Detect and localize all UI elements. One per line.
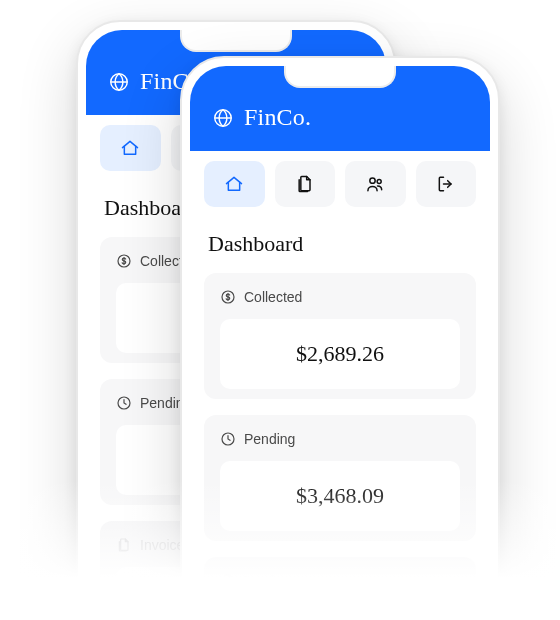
home-icon <box>120 138 140 158</box>
content: Dashboard Collected $2,689.26 <box>190 207 490 620</box>
card-label: Invoices <box>244 573 295 589</box>
phone-notch <box>284 66 396 88</box>
card-label: Pending <box>244 431 295 447</box>
globe-icon <box>212 107 234 129</box>
placeholder-block <box>220 603 460 620</box>
card-pending: Pending $3,468.09 <box>204 415 476 541</box>
nav-tab-home[interactable] <box>204 161 265 207</box>
card-header: Invoices <box>220 573 460 589</box>
globe-icon <box>108 71 130 93</box>
card-header: Pending <box>220 431 460 447</box>
pending-value: $3,468.09 <box>220 461 460 531</box>
invoices-icon <box>116 537 132 553</box>
nav-tab-users[interactable] <box>345 161 406 207</box>
users-icon <box>364 174 386 194</box>
nav-tab-exit[interactable] <box>416 161 477 207</box>
card-invoices: Invoices <box>204 557 476 620</box>
page-title: Dashboard <box>208 231 476 257</box>
collected-value: $2,689.26 <box>220 319 460 389</box>
phone-notch <box>180 30 292 52</box>
card-label: Collected <box>244 289 302 305</box>
card-header: Collected <box>220 289 460 305</box>
nav-tabs <box>190 151 490 207</box>
phone-frame-front: FinCo. <box>180 56 500 620</box>
invoices-icon <box>220 573 236 589</box>
card-collected: Collected $2,689.26 <box>204 273 476 399</box>
dollar-icon <box>116 253 132 269</box>
svg-point-7 <box>377 180 381 184</box>
nav-tab-home[interactable] <box>100 125 161 171</box>
exit-icon <box>436 174 456 194</box>
screen-front: FinCo. <box>190 66 490 620</box>
nav-tab-documents[interactable] <box>275 161 336 207</box>
svg-point-6 <box>370 178 375 183</box>
brand-name: FinCo. <box>244 104 311 131</box>
clock-icon <box>116 395 132 411</box>
home-icon <box>224 174 244 194</box>
documents-icon <box>295 174 315 194</box>
clock-icon <box>220 431 236 447</box>
dollar-icon <box>220 289 236 305</box>
